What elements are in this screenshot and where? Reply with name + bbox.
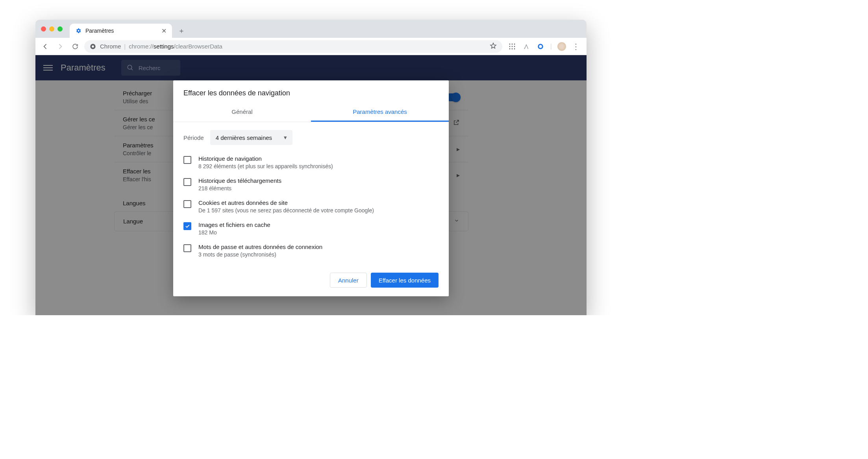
- item-subtitle: 8 292 éléments (et plus sur les appareil…: [198, 163, 333, 169]
- dialog-buttons: Annuler Effacer les données: [173, 266, 449, 296]
- item-subtitle: 218 éléments: [198, 185, 281, 191]
- extension-lambda-icon[interactable]: [522, 42, 531, 51]
- profile-avatar[interactable]: [557, 42, 566, 51]
- checkbox[interactable]: [183, 156, 191, 164]
- item-subtitle: 182 Mo: [198, 229, 270, 236]
- item-title: Historique de navigation: [198, 155, 333, 162]
- period-row: Période 4 dernières semaines ▾: [173, 122, 449, 149]
- window-fullscreen-button[interactable]: [57, 26, 63, 32]
- chrome-icon: [90, 43, 96, 50]
- svg-point-9: [511, 48, 513, 49]
- tab-general[interactable]: Général: [173, 103, 311, 122]
- svg-point-6: [511, 46, 513, 47]
- svg-point-2: [509, 43, 510, 45]
- svg-point-1: [92, 45, 94, 47]
- url-text: Chrome | chrome://settings/clearBrowserD…: [100, 43, 222, 50]
- item-title: Cookies et autres données de site: [198, 199, 374, 206]
- clear-data-item: Cookies et autres données de siteDe 1 59…: [183, 195, 439, 217]
- close-tab-icon[interactable]: ✕: [161, 27, 167, 35]
- svg-point-8: [509, 48, 510, 49]
- reload-button[interactable]: [69, 41, 81, 52]
- clear-data-item: Mots de passe et autres données de conne…: [183, 240, 439, 262]
- extension-grid-icon[interactable]: [508, 42, 516, 51]
- browser-tab-settings[interactable]: Paramètres ✕: [70, 24, 172, 38]
- svg-point-7: [514, 46, 515, 47]
- svg-point-5: [509, 46, 510, 47]
- forward-button[interactable]: [54, 41, 66, 52]
- item-title: Images et fichiers en cache: [198, 221, 270, 228]
- svg-point-10: [514, 48, 515, 49]
- clear-data-item: Historique de navigation8 292 éléments (…: [183, 151, 439, 173]
- browser-toolbar: Chrome | chrome://settings/clearBrowserD…: [35, 38, 587, 55]
- item-subtitle: 3 mots de passe (synchronisés): [198, 251, 322, 258]
- tab-title: Paramètres: [85, 28, 114, 34]
- window-close-button[interactable]: [41, 26, 46, 32]
- extension-icons: | ⋮: [505, 42, 583, 51]
- period-select[interactable]: 4 dernières semaines ▾: [210, 130, 292, 145]
- item-subtitle: De 1 597 sites (vous ne serez pas déconn…: [198, 207, 374, 214]
- dialog-tabs: Général Paramètres avancés: [173, 103, 449, 122]
- clear-data-item: Images et fichiers en cache182 Mo: [183, 217, 439, 240]
- back-button[interactable]: [39, 41, 51, 52]
- item-title: Historique des téléchargements: [198, 177, 281, 184]
- browser-menu-button[interactable]: ⋮: [572, 42, 580, 51]
- tab-advanced[interactable]: Paramètres avancés: [311, 103, 449, 122]
- clear-data-button[interactable]: Effacer les données: [371, 273, 439, 288]
- page-content: Paramètres Recherc PréchargerUtilise des…: [35, 55, 587, 315]
- browser-window: Paramètres ✕ ＋ Chrome | chrome://setting…: [35, 20, 587, 315]
- svg-point-11: [539, 44, 543, 48]
- tab-strip: Paramètres ✕ ＋: [35, 20, 587, 38]
- gear-icon: [75, 28, 81, 34]
- extension-circle-icon[interactable]: [536, 42, 545, 51]
- item-title: Mots de passe et autres données de conne…: [198, 243, 322, 250]
- address-bar[interactable]: Chrome | chrome://settings/clearBrowserD…: [84, 40, 502, 53]
- svg-point-4: [514, 43, 515, 45]
- window-minimize-button[interactable]: [49, 26, 54, 32]
- clear-browsing-data-dialog: Effacer les données de navigation Généra…: [173, 80, 449, 296]
- period-label: Période: [183, 134, 204, 141]
- dialog-title: Effacer les données de navigation: [173, 80, 449, 103]
- window-controls: [41, 20, 70, 38]
- checkbox[interactable]: [183, 222, 191, 230]
- clear-data-item: Historique des téléchargements218 élémen…: [183, 173, 439, 195]
- bookmark-star-icon[interactable]: [490, 42, 497, 50]
- svg-point-3: [511, 43, 513, 45]
- dropdown-arrow-icon: ▾: [284, 134, 287, 141]
- cancel-button[interactable]: Annuler: [330, 273, 367, 288]
- checkbox[interactable]: [183, 200, 191, 208]
- checkbox[interactable]: [183, 178, 191, 186]
- clear-data-items: Historique de navigation8 292 éléments (…: [173, 149, 449, 266]
- checkbox[interactable]: [183, 244, 191, 252]
- new-tab-button[interactable]: ＋: [176, 25, 187, 36]
